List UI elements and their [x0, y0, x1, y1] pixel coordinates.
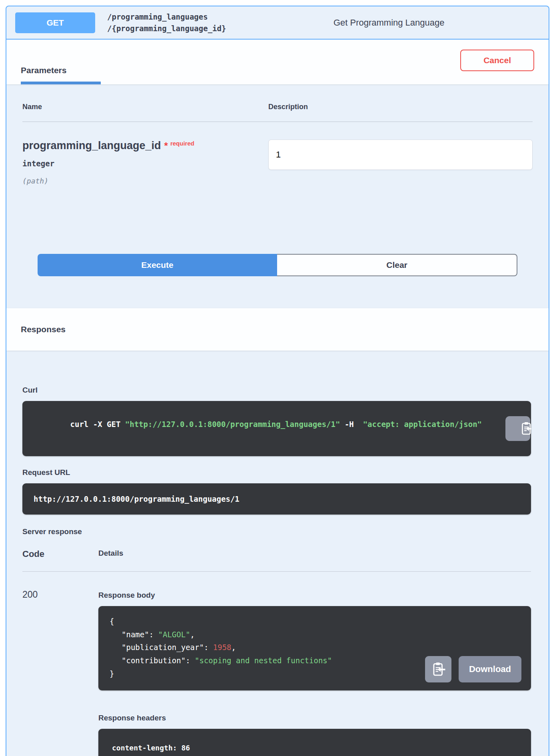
parameters-table-head: Name Description: [22, 103, 533, 122]
json-string-value: "scoping and nested functions": [195, 656, 332, 665]
response-body-block: { "name": "ALGOL", "publication_year": 1…: [98, 606, 531, 690]
server-response-label: Server response: [22, 527, 531, 536]
parameters-section-header: Parameters Cancel: [6, 40, 549, 84]
required-asterisk: *: [164, 140, 168, 151]
json-key: "name": [122, 630, 149, 639]
responses-section-header: Responses: [6, 308, 549, 351]
param-value-input[interactable]: [268, 140, 533, 170]
status-code: 200: [22, 589, 98, 756]
endpoint-path-line2: /{programming_language_id}: [107, 23, 226, 34]
parameter-row: programming_language_id*required integer…: [22, 122, 533, 185]
curl-header-flag: -H: [340, 420, 363, 429]
clipboard-copy-icon: [502, 415, 531, 443]
json-line: "publication_year": 1958,: [110, 641, 520, 654]
parameter-name: programming_language_id: [22, 140, 161, 152]
endpoint-header: GET /programming_languages /{programming…: [6, 6, 549, 40]
response-header-line: content-length: 86: [112, 742, 517, 755]
parameter-type: integer: [22, 159, 268, 168]
clipboard-copy-icon: [431, 661, 446, 678]
response-headers-block: content-length: 86 content-type: applica…: [98, 729, 531, 756]
cancel-button[interactable]: Cancel: [460, 50, 534, 71]
json-separator: :: [149, 630, 158, 639]
curl-section: Curl curl -X GET "http://127.0.0.1:8000/…: [22, 386, 531, 456]
column-header-code: Code: [22, 549, 98, 559]
json-separator: :: [186, 656, 195, 665]
request-url-label: Request URL: [22, 468, 531, 477]
curl-url-text: "http://127.0.0.1:8000/programming_langu…: [125, 420, 340, 429]
execute-button[interactable]: Execute: [38, 254, 277, 276]
json-key: "publication_year": [122, 643, 204, 652]
json-line: "name": "ALGOL",: [110, 628, 520, 641]
curl-command-text: curl -X GET: [70, 420, 125, 429]
parameter-location: (path): [22, 177, 268, 185]
endpoint-path[interactable]: /programming_languages /{programming_lan…: [107, 11, 226, 34]
column-header-details: Details: [98, 549, 531, 559]
server-response-table-head: Code Details: [22, 549, 531, 572]
endpoint-path-line1: /programming_languages: [107, 11, 226, 23]
response-body-label: Response body: [98, 591, 531, 600]
response-details: Response body { "name": "ALGOL", "public…: [98, 589, 531, 756]
json-key: "contribution": [122, 656, 186, 665]
method-badge: GET: [15, 12, 95, 33]
curl-label: Curl: [22, 386, 531, 395]
parameter-info: programming_language_id*required integer…: [22, 140, 268, 185]
response-body-controls: Download: [425, 656, 521, 682]
json-comma: ,: [190, 630, 195, 639]
operation-block: GET /programming_languages /{programming…: [6, 6, 549, 756]
copy-response-button[interactable]: [425, 656, 451, 682]
copy-curl-button[interactable]: [505, 416, 530, 441]
responses-content: Curl curl -X GET "http://127.0.0.1:8000/…: [6, 351, 549, 756]
execute-row: Execute Clear: [38, 254, 517, 276]
json-brace: }: [110, 669, 114, 678]
responses-title: Responses: [21, 325, 66, 334]
json-comma: ,: [232, 643, 236, 652]
column-header-description: Description: [268, 103, 533, 111]
required-label: required: [170, 140, 194, 147]
json-line: {: [110, 615, 520, 628]
clear-button[interactable]: Clear: [277, 254, 517, 276]
tab-parameters[interactable]: Parameters: [21, 51, 101, 84]
endpoint-summary: Get Programming Language: [238, 18, 540, 28]
download-button[interactable]: Download: [459, 656, 521, 682]
parameter-value-cell: [268, 140, 533, 185]
curl-command-block: curl -X GET "http://127.0.0.1:8000/progr…: [22, 401, 531, 456]
json-brace: {: [110, 617, 114, 626]
response-headers-label: Response headers: [98, 714, 531, 722]
json-separator: :: [204, 643, 213, 652]
parameters-table: Name Description programming_language_id…: [6, 84, 549, 276]
server-response-row: 200 Response body { "name": "ALGOL", "pu…: [22, 572, 531, 756]
request-url-section: Request URL http://127.0.0.1:8000/progra…: [22, 468, 531, 515]
json-number-value: 1958: [213, 643, 232, 652]
json-string-value: "ALGOL": [158, 630, 190, 639]
request-url-value: http://127.0.0.1:8000/programming_langua…: [22, 483, 531, 515]
curl-header-value: "accept: application/json": [363, 420, 482, 429]
column-header-name: Name: [22, 103, 268, 111]
